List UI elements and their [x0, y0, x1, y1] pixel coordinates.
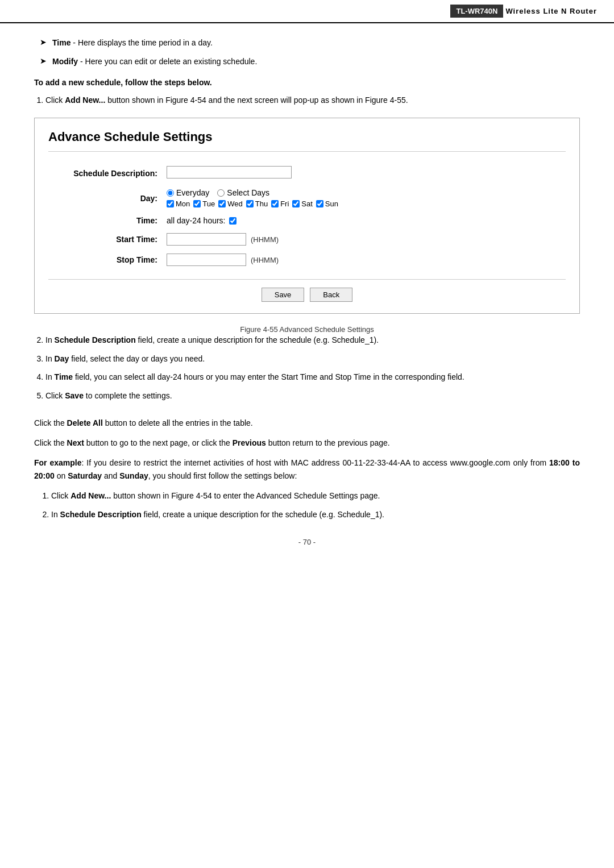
bullet-time: ➤ Time - Here displays the time period i…	[34, 37, 580, 49]
main-content: ➤ Time - Here displays the time period i…	[0, 37, 614, 569]
main-steps-list: Click Add New... button shown in Figure …	[34, 94, 580, 106]
select-days-radio[interactable]	[217, 189, 225, 197]
back-button[interactable]: Back	[310, 288, 352, 302]
start-time-cell: (HHMM)	[162, 229, 566, 250]
time-label: Time	[52, 38, 70, 47]
sat-text: Sat	[301, 200, 313, 208]
para-example: For example: If you desire to restrict t…	[34, 456, 580, 483]
fri-text: Fri	[280, 200, 289, 208]
wed-checkbox[interactable]	[218, 200, 226, 207]
button-row: Save Back	[48, 279, 566, 302]
step-5: Click Save to complete the settings.	[45, 389, 580, 402]
fri-label[interactable]: Fri	[271, 200, 289, 208]
para-next-prev: Click the Next button to go to the next …	[34, 437, 580, 450]
next-bold: Next	[67, 438, 84, 447]
sun-checkbox[interactable]	[316, 200, 323, 207]
start-time-row: Start Time: (HHMM)	[48, 229, 566, 250]
time-row: Time: all day-24 hours:	[48, 212, 566, 229]
select-days-radio-label[interactable]: Select Days	[217, 188, 269, 197]
select-days-text: Select Days	[227, 188, 269, 197]
modify-label: Modify	[52, 57, 78, 66]
days-checkboxes: Mon Tue Wed Thu Fri Sat Sun	[167, 200, 561, 208]
time-label-cell: Time:	[48, 212, 162, 229]
everyday-radio[interactable]	[167, 189, 174, 197]
sat-label[interactable]: Sat	[292, 200, 313, 208]
step-4: In Time field, you can select all day-24…	[45, 371, 580, 383]
step1-prefix: Click Add New... button shown in Figure …	[45, 95, 408, 105]
step4-bold: Time	[55, 372, 73, 381]
fri-checkbox[interactable]	[271, 200, 279, 207]
time-cell: all day-24 hours:	[162, 212, 566, 229]
sunday-bold: Sunday	[119, 471, 148, 480]
sat-checkbox[interactable]	[292, 200, 300, 207]
start-time-input-row: (HHMM)	[167, 233, 561, 246]
wed-text: Wed	[227, 200, 243, 208]
nested-step1-bold: Add New...	[70, 491, 111, 500]
modify-desc: - Here you can edit or delete an existin…	[80, 57, 257, 66]
nested-steps-list: Click Add New... button shown in Figure …	[34, 489, 580, 521]
save-button[interactable]: Save	[262, 288, 305, 302]
schedule-desc-label: Schedule Description:	[48, 162, 162, 184]
everyday-radio-label[interactable]: Everyday	[167, 188, 209, 197]
nested-step-2: In Schedule Description field, create a …	[51, 508, 580, 521]
time-range-bold: 18:00 to 20:00	[34, 458, 580, 480]
thu-label[interactable]: Thu	[246, 200, 268, 208]
day-cell: Everyday Select Days Mon Tue Wed Thu Fri	[162, 184, 566, 212]
all-day-row: all day-24 hours:	[167, 216, 561, 225]
step1-bold: Add New...	[65, 95, 105, 105]
product-title: Wireless Lite N Router	[505, 7, 597, 15]
figure-title: Advance Schedule Settings	[48, 130, 566, 152]
bullet-time-text: Time - Here displays the time period in …	[52, 37, 213, 49]
day-radio-group: Everyday Select Days	[167, 188, 561, 197]
saturday-bold: Saturday	[68, 471, 102, 480]
schedule-description-input[interactable]	[167, 166, 292, 178]
thu-text: Thu	[255, 200, 268, 208]
step-3: In Day field, select the day or days you…	[45, 352, 580, 365]
thu-checkbox[interactable]	[246, 200, 254, 207]
tue-checkbox[interactable]	[193, 200, 201, 207]
section-heading: To add a new schedule, follow the steps …	[34, 78, 580, 87]
start-time-input[interactable]	[167, 233, 246, 246]
nested-step-1: Click Add New... button shown in Figure …	[51, 489, 580, 502]
bullet-arrow-icon-2: ➤	[40, 56, 47, 65]
time-desc: - Here displays the time period in a day…	[73, 38, 213, 47]
for-example-bold: For example	[34, 458, 82, 467]
all-day-checkbox[interactable]	[229, 217, 237, 225]
stop-time-input-row: (HHMM)	[167, 254, 561, 266]
steps-list-2: In Schedule Description field, create a …	[34, 334, 580, 402]
day-label: Day:	[48, 184, 162, 212]
all-day-text: all day-24 hours:	[167, 216, 226, 225]
day-row: Day: Everyday Select Days Mon	[48, 184, 566, 212]
tue-text: Tue	[202, 200, 215, 208]
delete-all-bold: Delete All	[67, 418, 103, 427]
bullet-modify: ➤ Modify - Here you can edit or delete a…	[34, 56, 580, 68]
wed-label[interactable]: Wed	[218, 200, 243, 208]
figure-caption: Figure 4-55 Advanced Schedule Settings	[34, 325, 580, 334]
mon-checkbox[interactable]	[167, 200, 174, 207]
bullet-arrow-icon: ➤	[40, 38, 47, 47]
sun-text: Sun	[325, 200, 338, 208]
sun-label[interactable]: Sun	[316, 200, 338, 208]
para-delete-all: Click the Delete All button to delete al…	[34, 417, 580, 430]
step3-bold: Day	[55, 354, 69, 363]
stop-time-label: Stop Time:	[48, 250, 162, 270]
figure-box: Advance Schedule Settings Schedule Descr…	[34, 118, 580, 314]
stop-time-input[interactable]	[167, 254, 246, 266]
step-2: In Schedule Description field, create a …	[45, 334, 580, 346]
schedule-desc-cell	[162, 162, 566, 184]
form-table: Schedule Description: Day: Everyday	[48, 162, 566, 270]
bullet-modify-text: Modify - Here you can edit or delete an …	[52, 56, 257, 68]
mon-text: Mon	[176, 200, 190, 208]
everyday-text: Everyday	[176, 188, 209, 197]
stop-time-cell: (HHMM)	[162, 250, 566, 270]
mon-label[interactable]: Mon	[167, 200, 190, 208]
stop-time-hint: (HHMM)	[251, 256, 279, 264]
page-header: TL-WR740N Wireless Lite N Router	[0, 0, 614, 23]
step-1: Click Add New... button shown in Figure …	[45, 94, 580, 106]
page-number: - 70 -	[34, 538, 580, 546]
nested-step2-bold: Schedule Description	[60, 510, 142, 519]
tue-label[interactable]: Tue	[193, 200, 215, 208]
previous-bold: Previous	[233, 438, 266, 447]
start-time-hint: (HHMM)	[251, 235, 279, 244]
step5-bold: Save	[65, 391, 84, 400]
